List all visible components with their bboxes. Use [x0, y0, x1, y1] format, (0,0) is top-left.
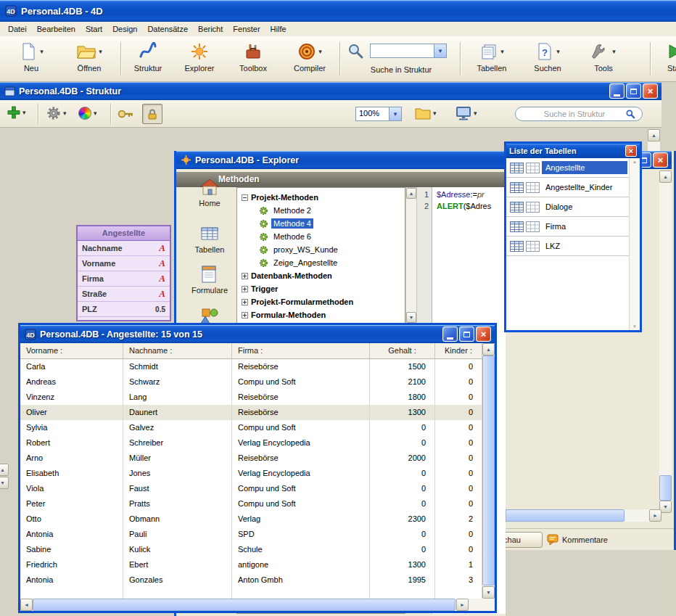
close-button[interactable]: × — [653, 152, 668, 168]
table-row[interactable]: Otto Obmann Verlag 2300 2 — [20, 512, 482, 527]
structure-search-input[interactable] — [515, 107, 643, 121]
records-hscrollbar[interactable]: ◄ ► — [20, 599, 495, 611]
menu-item[interactable]: Hilfe — [265, 23, 292, 35]
scrollbar-thumb[interactable] — [33, 599, 456, 611]
table-row[interactable]: Friedrich Ebert antigone 1300 1 — [20, 557, 482, 572]
toolbar-button-tools[interactable]: ▾ Tools — [582, 40, 625, 79]
table-row[interactable]: Sabine Kulick Schule 0 0 — [20, 542, 482, 557]
sidebar-item-formulare[interactable]: Formulare — [184, 264, 236, 295]
tree-item-method[interactable]: Methode 6 — [237, 230, 405, 243]
maximize-button[interactable] — [626, 83, 641, 99]
scroll-left-button[interactable]: ◄ — [20, 599, 33, 611]
tree-item-method[interactable]: Methode 4 — [237, 217, 405, 230]
menu-item[interactable]: Design — [107, 23, 142, 35]
scroll-down-button[interactable]: ▼ — [406, 312, 416, 323]
scroll-up-button[interactable]: ▲ — [0, 464, 9, 476]
toolbar-button-explorer[interactable]: Explorer — [177, 40, 222, 79]
table-row[interactable]: Vinzenz Lang Reisebörse 1800 0 — [20, 390, 482, 405]
expand-icon[interactable] — [242, 273, 248, 279]
method-editor-hscrollbar[interactable]: ◄ ► — [495, 509, 661, 522]
structure-search-combobox[interactable]: ▼ — [370, 44, 447, 58]
tree-item-section[interactable]: Trigger — [237, 282, 405, 295]
scroll-down-button[interactable]: ▼ — [482, 586, 495, 599]
table-records-icon[interactable] — [526, 202, 540, 213]
records-vscrollbar[interactable]: ▲ ▼ — [482, 343, 495, 599]
dropdown-arrow-icon[interactable]: ▾ — [474, 110, 477, 117]
tree-item-section[interactable]: Datenbank-Methoden — [237, 269, 405, 282]
scroll-up-icon[interactable]: ▲ — [632, 160, 637, 164]
table-records-icon[interactable] — [526, 221, 540, 232]
toolbar-button-start[interactable]: Star — [654, 40, 676, 79]
table-records-icon[interactable] — [526, 182, 540, 193]
tree-item-method[interactable]: Methode 2 — [237, 204, 405, 217]
add-button[interactable]: ▾ — [7, 106, 26, 119]
scroll-right-button[interactable]: ► — [456, 599, 469, 611]
chevron-down-icon[interactable]: ▼ — [434, 44, 446, 57]
column-header-gehalt[interactable]: Gehalt : — [370, 343, 435, 358]
table-structure-icon[interactable] — [510, 163, 524, 173]
key-button[interactable] — [118, 108, 135, 120]
tree-item-section[interactable]: Projekt-Formularmethoden — [237, 295, 405, 308]
table-row[interactable]: Antonia Pauli SPD 0 0 — [20, 527, 482, 542]
close-button[interactable]: × — [643, 83, 658, 99]
toolbar-button-oeffnen[interactable]: ▾ Öffnen — [67, 40, 112, 79]
column-header-nachname[interactable]: Nachname : — [123, 343, 232, 358]
table-list-row[interactable]: LKZ — [506, 237, 640, 256]
scrollbar-thumb[interactable] — [659, 475, 672, 501]
display-button[interactable]: ▾ — [456, 106, 477, 120]
toolbar-button-toolbox[interactable]: Toolbox — [231, 40, 276, 79]
column-header-vorname[interactable]: Vorname : — [20, 343, 123, 358]
diagram-field-row[interactable]: Straße A — [78, 287, 170, 302]
table-row[interactable]: Arno Müller Reisebörse 2000 0 — [20, 451, 482, 466]
table-structure-icon[interactable] — [510, 241, 524, 252]
scroll-up-button[interactable]: ▲ — [648, 129, 660, 141]
table-records-icon[interactable] — [526, 241, 540, 252]
scroll-right-button[interactable]: ► — [649, 509, 661, 522]
diagram-field-row[interactable]: Nachname A — [78, 241, 170, 256]
table-records-icon[interactable] — [526, 163, 540, 173]
menu-item[interactable]: Start — [81, 23, 107, 35]
dropdown-arrow-icon[interactable]: ▾ — [94, 110, 97, 117]
table-row[interactable]: Elisabeth Jones Verlag Encyclopedia 0 0 — [20, 466, 482, 481]
menu-item[interactable]: Fenster — [228, 23, 265, 35]
scroll-down-icon[interactable]: ▼ — [632, 324, 637, 329]
method-editor-vscrollbar[interactable]: ▲ ▼ — [659, 171, 672, 513]
palette-vscrollbar[interactable]: ▲▼ — [629, 158, 640, 330]
table-structure-icon[interactable] — [510, 221, 524, 232]
dropdown-arrow-icon[interactable]: ▾ — [318, 49, 322, 55]
diagram-field-row[interactable]: Vorname A — [78, 256, 170, 271]
scroll-down-button[interactable]: ▼ — [0, 477, 9, 489]
toolbar-button-compiler[interactable]: ▾ Compiler — [286, 40, 334, 79]
table-list-row[interactable]: Angestellte — [506, 158, 640, 178]
minimize-button[interactable] — [442, 327, 458, 342]
toolbar-button-tabellen[interactable]: ▾ Tabellen — [469, 40, 515, 79]
collapse-icon[interactable] — [242, 194, 248, 201]
expand-icon[interactable] — [242, 299, 248, 305]
menu-item[interactable]: Datei — [3, 23, 32, 35]
menu-item[interactable]: Bearbeiten — [32, 23, 81, 35]
dropdown-arrow-icon[interactable]: ▾ — [612, 49, 616, 55]
menu-item[interactable]: Datensätze — [142, 23, 193, 35]
table-list-row[interactable]: Firma — [506, 217, 640, 237]
chevron-down-icon[interactable]: ▼ — [389, 107, 401, 120]
scroll-up-button[interactable]: ▲ — [482, 343, 495, 356]
table-row[interactable]: Robert Schreiber Verlag Encyclopedia 0 0 — [20, 435, 482, 451]
toolbar-button-neu[interactable]: ▾ Neu — [10, 40, 52, 79]
menu-item[interactable]: Bericht — [193, 23, 228, 35]
table-structure-icon[interactable] — [510, 182, 524, 193]
table-list-row[interactable]: Angestellte_Kinder — [506, 178, 640, 197]
folder-button[interactable]: ▾ — [415, 107, 437, 120]
diagram-field-row[interactable]: PLZ 0.5 — [78, 302, 170, 317]
minimize-button[interactable] — [609, 83, 625, 99]
comments-toggle[interactable]: Kommentare — [547, 532, 608, 548]
dropdown-arrow-icon[interactable]: ▾ — [22, 110, 26, 116]
table-row[interactable]: Carla Schmidt Reisebörse 1500 0 — [20, 359, 482, 374]
table-row[interactable]: Antonia Gonzales Anton Gmbh 1995 3 — [20, 572, 482, 588]
tree-root-projekt-methoden[interactable]: Projekt-Methoden — [237, 191, 405, 204]
scrollbar-thumb[interactable] — [482, 356, 495, 586]
tree-item-method[interactable]: Zeige_Angestellte — [237, 256, 405, 269]
toolbar-button-struktur[interactable]: Struktur — [126, 40, 170, 79]
close-button[interactable]: × — [476, 327, 491, 342]
settings-button[interactable]: ▾ — [46, 106, 67, 120]
table-row[interactable]: Sylvia Galvez Compu und Soft 0 0 — [20, 420, 482, 435]
